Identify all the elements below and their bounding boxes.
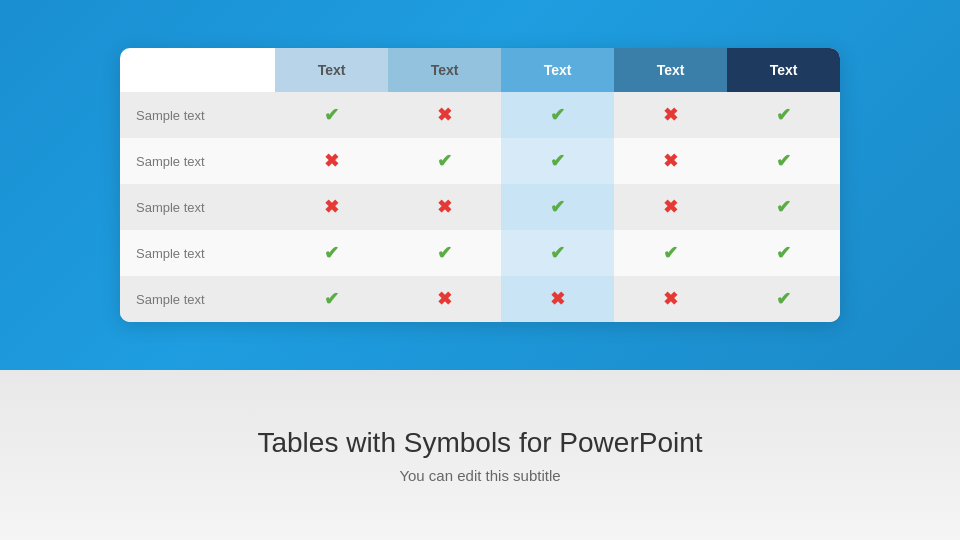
table-row: Sample text✔✖✔✖✔ — [120, 92, 840, 138]
cell-row2-col4: ✔ — [727, 184, 840, 230]
cell-row0-col0: ✔ — [275, 92, 388, 138]
comparison-table: Text Text Text Text Text Sample text✔✖✔✖… — [120, 48, 840, 322]
row-label: Sample text — [120, 92, 275, 138]
header-col-2: Text — [388, 48, 501, 92]
header-col-4: Text — [614, 48, 727, 92]
cell-row1-col1: ✔ — [388, 138, 501, 184]
cell-row1-col4: ✔ — [727, 138, 840, 184]
header-label-col — [120, 48, 275, 92]
cell-row0-col1: ✖ — [388, 92, 501, 138]
cell-row3-col2: ✔ — [501, 230, 614, 276]
cell-row2-col2: ✔ — [501, 184, 614, 230]
cell-row0-col3: ✖ — [614, 92, 727, 138]
row-label: Sample text — [120, 184, 275, 230]
header-col-3: Text — [501, 48, 614, 92]
main-title: Tables with Symbols for PowerPoint — [257, 427, 702, 459]
cell-row3-col1: ✔ — [388, 230, 501, 276]
cell-row4-col3: ✖ — [614, 276, 727, 322]
header-col-5: Text — [727, 48, 840, 92]
top-section: Text Text Text Text Text Sample text✔✖✔✖… — [0, 0, 960, 370]
cell-row2-col1: ✖ — [388, 184, 501, 230]
cell-row4-col2: ✖ — [501, 276, 614, 322]
table-row: Sample text✖✖✔✖✔ — [120, 184, 840, 230]
cell-row3-col4: ✔ — [727, 230, 840, 276]
table-card: Text Text Text Text Text Sample text✔✖✔✖… — [120, 48, 840, 322]
cell-row2-col0: ✖ — [275, 184, 388, 230]
cell-row3-col3: ✔ — [614, 230, 727, 276]
bottom-section: Tables with Symbols for PowerPoint You c… — [0, 370, 960, 540]
table-row: Sample text✖✔✔✖✔ — [120, 138, 840, 184]
cell-row0-col2: ✔ — [501, 92, 614, 138]
row-label: Sample text — [120, 230, 275, 276]
row-label: Sample text — [120, 138, 275, 184]
row-label: Sample text — [120, 276, 275, 322]
table-row: Sample text✔✖✖✖✔ — [120, 276, 840, 322]
cell-row4-col4: ✔ — [727, 276, 840, 322]
header-col-1: Text — [275, 48, 388, 92]
cell-row0-col4: ✔ — [727, 92, 840, 138]
cell-row4-col0: ✔ — [275, 276, 388, 322]
cell-row1-col3: ✖ — [614, 138, 727, 184]
cell-row4-col1: ✖ — [388, 276, 501, 322]
cell-row1-col0: ✖ — [275, 138, 388, 184]
subtitle: You can edit this subtitle — [399, 467, 560, 484]
cell-row3-col0: ✔ — [275, 230, 388, 276]
cell-row1-col2: ✔ — [501, 138, 614, 184]
cell-row2-col3: ✖ — [614, 184, 727, 230]
table-row: Sample text✔✔✔✔✔ — [120, 230, 840, 276]
